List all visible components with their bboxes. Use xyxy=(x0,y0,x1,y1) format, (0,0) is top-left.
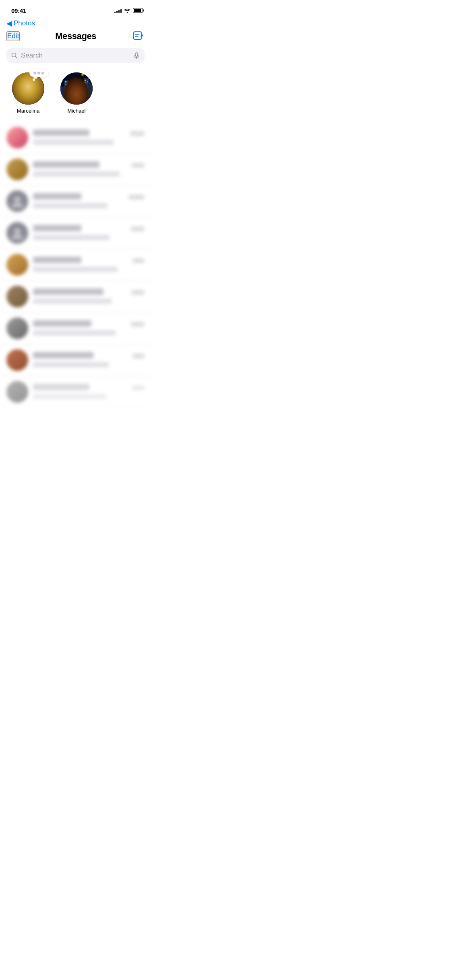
svg-rect-18 xyxy=(60,72,93,105)
status-bar: 09:41 xyxy=(0,0,151,18)
pinned-contact-michael[interactable]: Michael xyxy=(60,72,93,114)
svg-point-14 xyxy=(30,85,32,88)
avatar-wrapper-michael xyxy=(60,72,93,105)
message-row[interactable] xyxy=(0,376,151,408)
svg-rect-22 xyxy=(88,82,93,105)
svg-rect-27 xyxy=(87,81,88,82)
message-content xyxy=(33,257,145,273)
svg-point-34 xyxy=(14,228,21,235)
battery-icon xyxy=(133,8,143,13)
svg-point-30 xyxy=(69,78,84,89)
svg-point-33 xyxy=(12,203,23,208)
svg-rect-24 xyxy=(65,84,66,85)
bubble-tail-small xyxy=(33,78,35,81)
typing-dot-1 xyxy=(33,72,36,74)
header: Edit Messages xyxy=(0,27,151,47)
search-input[interactable]: Search xyxy=(21,51,130,60)
message-row[interactable] xyxy=(0,154,151,185)
typing-dot-3 xyxy=(41,72,44,74)
message-row[interactable] xyxy=(0,185,151,217)
message-row[interactable] xyxy=(0,344,151,376)
search-container: Search xyxy=(0,47,151,68)
wifi-icon xyxy=(124,8,130,13)
message-content xyxy=(33,161,145,178)
page-title: Messages xyxy=(55,31,96,41)
search-bar[interactable]: Search xyxy=(6,48,145,63)
edit-button[interactable]: Edit xyxy=(6,31,20,41)
typing-indicator xyxy=(29,69,48,77)
status-icons xyxy=(114,8,143,13)
avatar-marcelina xyxy=(12,72,44,105)
contact-name-marcelina: Marcelina xyxy=(17,108,39,114)
message-content xyxy=(33,130,145,146)
avatar-wrapper-marcelina xyxy=(12,72,44,105)
svg-rect-25 xyxy=(85,80,86,81)
avatar xyxy=(6,317,28,339)
back-bar: ◀ Photos xyxy=(0,18,151,27)
svg-rect-16 xyxy=(33,89,37,96)
signal-icon xyxy=(114,8,122,13)
avatar xyxy=(6,222,28,244)
svg-rect-0 xyxy=(134,32,141,39)
svg-point-11 xyxy=(28,80,40,105)
message-content xyxy=(33,288,145,305)
message-content xyxy=(33,225,145,241)
back-button[interactable]: ◀ Photos xyxy=(6,19,145,27)
svg-rect-17 xyxy=(16,99,40,105)
search-icon xyxy=(11,52,18,59)
avatar xyxy=(6,159,28,180)
avatar-michael xyxy=(60,72,93,105)
svg-line-4 xyxy=(16,57,17,58)
avatar xyxy=(6,254,28,276)
avatar xyxy=(6,381,28,403)
svg-rect-31 xyxy=(74,93,79,96)
message-row[interactable] xyxy=(0,217,151,249)
avatar xyxy=(6,190,28,212)
message-row[interactable] xyxy=(0,313,151,344)
avatar xyxy=(6,286,28,307)
message-content xyxy=(33,193,145,210)
compose-button[interactable] xyxy=(132,30,145,43)
microphone-icon xyxy=(133,52,140,59)
svg-point-32 xyxy=(14,196,21,203)
svg-rect-26 xyxy=(85,82,86,83)
back-chevron-icon: ◀ xyxy=(6,20,12,27)
status-time: 09:41 xyxy=(11,7,26,14)
svg-point-9 xyxy=(16,80,40,105)
svg-rect-19 xyxy=(60,86,65,105)
message-row[interactable] xyxy=(0,122,151,154)
pinned-contact-marcelina[interactable]: Marcelina xyxy=(12,72,44,114)
contact-name-michael: Michael xyxy=(68,108,86,114)
svg-rect-8 xyxy=(12,72,44,105)
svg-rect-21 xyxy=(84,78,89,105)
message-content xyxy=(33,352,145,369)
svg-rect-23 xyxy=(65,81,66,82)
avatar xyxy=(6,349,28,371)
svg-rect-7 xyxy=(12,72,44,105)
pinned-contacts: Marcelina xyxy=(0,68,151,122)
svg-rect-20 xyxy=(64,80,68,105)
typing-dot-2 xyxy=(37,72,40,74)
back-label: Photos xyxy=(14,19,35,27)
message-content xyxy=(33,384,145,400)
svg-point-10 xyxy=(16,80,28,105)
compose-icon xyxy=(133,31,143,41)
message-row[interactable] xyxy=(0,281,151,313)
svg-point-28 xyxy=(67,95,86,105)
svg-point-35 xyxy=(12,235,23,239)
svg-point-12 xyxy=(20,79,36,97)
svg-rect-5 xyxy=(135,53,138,56)
message-content xyxy=(33,320,145,337)
svg-point-29 xyxy=(69,82,84,99)
message-row[interactable] xyxy=(0,249,151,281)
avatar xyxy=(6,127,28,148)
svg-point-13 xyxy=(24,85,27,88)
message-list xyxy=(0,122,151,408)
